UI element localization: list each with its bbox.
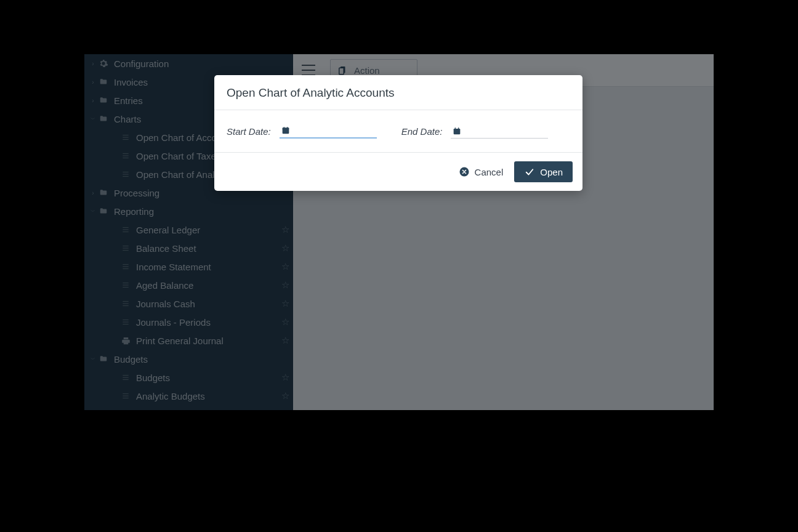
check-icon [524, 166, 535, 177]
modal-body: Start Date: End Date: [214, 110, 582, 153]
open-label: Open [540, 167, 563, 177]
open-chart-analytic-modal: Open Chart of Analytic Accounts Start Da… [214, 75, 582, 191]
open-button[interactable]: Open [514, 161, 573, 182]
modal-title: Open Chart of Analytic Accounts [214, 75, 582, 110]
svg-rect-41 [455, 127, 456, 129]
svg-rect-37 [282, 127, 289, 129]
svg-rect-40 [454, 129, 461, 134]
start-date-label: Start Date: [227, 126, 271, 137]
calendar-icon [452, 126, 462, 136]
svg-rect-42 [458, 127, 459, 129]
cancel-label: Cancel [475, 167, 504, 177]
calendar-icon [281, 126, 291, 135]
close-circle-icon [458, 166, 470, 178]
svg-rect-38 [283, 127, 284, 129]
cancel-button[interactable]: Cancel [458, 166, 504, 178]
end-date-label: End Date: [401, 126, 443, 137]
svg-rect-39 [287, 127, 288, 129]
end-date-input[interactable] [451, 124, 548, 139]
modal-footer: Cancel Open [214, 153, 582, 191]
start-date-input[interactable] [280, 124, 377, 139]
start-date-field: Start Date: [227, 124, 377, 139]
end-date-field: End Date: [401, 124, 549, 139]
app-frame: ›Configuration›Invoices›Entries﹀ChartsOp… [84, 54, 714, 410]
